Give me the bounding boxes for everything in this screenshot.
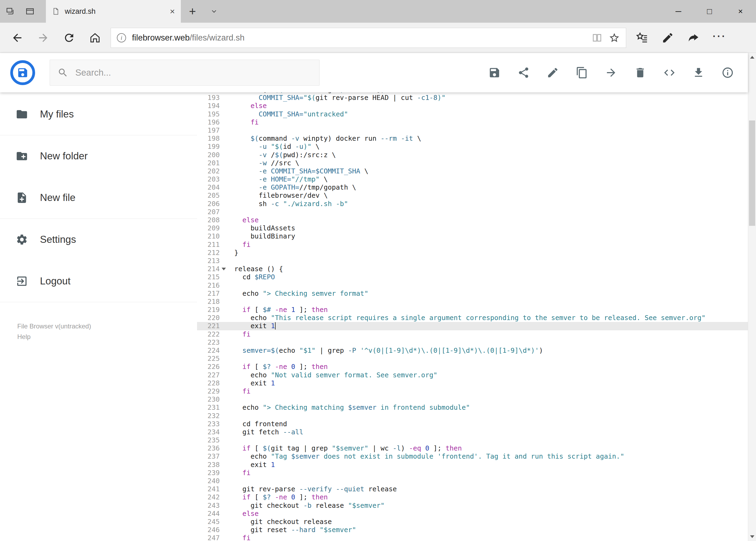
code-line[interactable]: 215 cd $REPO (197, 273, 748, 281)
line-number[interactable]: 209 (197, 224, 227, 232)
copy-button[interactable] (576, 66, 588, 79)
code-line[interactable]: 224 semver=$(echo "$1" | grep -P '^v(0|[… (197, 346, 748, 355)
line-number[interactable]: 232 (197, 412, 227, 420)
line-number[interactable]: 194 (197, 102, 227, 110)
code-line[interactable]: 223 (197, 338, 748, 346)
code-line[interactable]: 243 git checkout -b release "$semver" (197, 502, 748, 510)
code-line[interactable]: 241 git rev-parse --verify --quiet relea… (197, 485, 748, 493)
address-bar[interactable]: i filebrowser.web/files/wizard.sh (111, 28, 626, 48)
code-line[interactable]: 202 -e COMMIT_SHA=$COMMIT_SHA \ (197, 167, 748, 175)
line-number[interactable]: 213 (197, 257, 227, 265)
line-number[interactable]: 235 (197, 436, 227, 444)
line-number[interactable]: 214 (197, 265, 227, 273)
code-line[interactable]: 197 (197, 126, 748, 135)
info-button[interactable] (721, 66, 734, 79)
code-line[interactable]: 204 -e GOPATH=//tmp/gopath \ (197, 184, 748, 192)
sidebar-item-my-files[interactable]: My files (0, 94, 197, 135)
line-number[interactable]: 198 (197, 135, 227, 143)
sidebar-item-new-folder[interactable]: New folder (0, 135, 197, 177)
search-input[interactable] (75, 68, 312, 78)
line-number[interactable]: 205 (197, 192, 227, 200)
line-number[interactable]: 212 (197, 249, 227, 257)
line-number[interactable]: 234 (197, 428, 227, 436)
line-number[interactable]: 219 (197, 306, 227, 314)
code-editor[interactable]: 192 if [ "$(command -v git)" != "" ]; th… (197, 92, 748, 541)
reading-view-icon[interactable] (591, 32, 603, 44)
line-number[interactable]: 193 (197, 94, 227, 102)
line-number[interactable]: 242 (197, 493, 227, 501)
scrollbar-up-arrow-icon[interactable] (750, 56, 754, 59)
line-number[interactable]: 197 (197, 126, 227, 135)
code-line[interactable]: 222 fi (197, 330, 748, 338)
line-number[interactable]: 246 (197, 526, 227, 534)
code-line[interactable]: 236 if [ $(git tag | grep "$semver" | wc… (197, 444, 748, 452)
line-number[interactable]: 245 (197, 518, 227, 526)
line-number[interactable]: 199 (197, 143, 227, 151)
line-number[interactable]: 228 (197, 379, 227, 387)
code-line[interactable]: 240 (197, 477, 748, 485)
line-number[interactable]: 225 (197, 355, 227, 363)
line-number[interactable]: 241 (197, 485, 227, 493)
line-number[interactable]: 196 (197, 118, 227, 126)
line-number[interactable]: 247 (197, 534, 227, 541)
new-tab-button[interactable]: + (181, 0, 204, 23)
page-scrollbar[interactable] (748, 53, 756, 541)
line-number[interactable]: 226 (197, 363, 227, 371)
line-number[interactable]: 211 (197, 241, 227, 249)
code-line[interactable]: 244 else (197, 510, 748, 518)
code-line[interactable]: 219 if [ $# -ne 1 ]; then (197, 306, 748, 314)
line-number[interactable]: 237 (197, 452, 227, 460)
code-line[interactable]: 225 (197, 355, 748, 363)
code-line[interactable]: 194 else (197, 102, 748, 110)
close-button[interactable]: × (725, 0, 756, 23)
share-button[interactable] (517, 66, 530, 79)
code-line[interactable]: 209 buildAssets (197, 224, 748, 232)
line-number[interactable]: 216 (197, 281, 227, 289)
sidebar-item-logout[interactable]: Logout (0, 261, 197, 302)
code-button[interactable] (663, 66, 675, 79)
line-number[interactable]: 244 (197, 510, 227, 518)
url-text[interactable]: filebrowser.web/files/wizard.sh (132, 33, 586, 43)
code-line[interactable]: 220 echo "This release script requires a… (197, 314, 748, 322)
code-line[interactable]: 212} (197, 249, 748, 257)
code-line[interactable]: 233 cd frontend (197, 420, 748, 428)
line-number[interactable]: 195 (197, 110, 227, 118)
more-options-button[interactable]: ··· (707, 25, 732, 51)
code-line[interactable]: 216 (197, 281, 748, 289)
scrollbar-thumb[interactable] (749, 121, 755, 226)
code-line[interactable]: 221 exit 1 (197, 322, 748, 330)
fold-arrow-icon[interactable] (222, 268, 226, 270)
line-number[interactable]: 201 (197, 159, 227, 167)
search-box[interactable] (50, 60, 320, 86)
download-button[interactable] (692, 66, 705, 79)
code-line[interactable]: 214release () { (197, 265, 748, 273)
save-button[interactable] (488, 66, 501, 79)
code-line[interactable]: 239 fi (197, 469, 748, 477)
sidebar-item-settings[interactable]: Settings (0, 219, 197, 261)
filebrowser-logo[interactable] (10, 60, 36, 86)
code-line[interactable]: 218 (197, 297, 748, 306)
share-button[interactable] (681, 25, 707, 51)
line-number[interactable]: 230 (197, 395, 227, 403)
tab-list-chevron-icon[interactable] (204, 0, 224, 23)
code-line[interactable]: 210 buildBinary (197, 232, 748, 241)
browser-tab[interactable]: wizard.sh × (46, 0, 181, 23)
line-number[interactable]: 207 (197, 208, 227, 216)
code-line[interactable]: 217 echo "> Checking semver format" (197, 289, 748, 297)
code-line[interactable]: 196 fi (197, 118, 748, 126)
line-number[interactable]: 224 (197, 346, 227, 355)
line-number[interactable]: 210 (197, 232, 227, 241)
code-line[interactable]: 213 (197, 257, 748, 265)
code-line[interactable]: 227 echo "Not valid semver format. See s… (197, 371, 748, 379)
line-number[interactable]: 217 (197, 289, 227, 297)
code-line[interactable]: 205 filebrowser/dev \ (197, 192, 748, 200)
code-line[interactable]: 235 (197, 436, 748, 444)
code-line[interactable]: 234 git fetch --all (197, 428, 748, 436)
help-link[interactable]: Help (17, 331, 91, 342)
line-number[interactable]: 223 (197, 338, 227, 346)
site-info-icon[interactable]: i (117, 33, 126, 42)
line-number[interactable]: 221 (197, 322, 227, 330)
line-number[interactable]: 204 (197, 184, 227, 192)
refresh-button[interactable] (56, 25, 82, 51)
code-line[interactable]: 199 -u "$(id -u)" \ (197, 143, 748, 151)
